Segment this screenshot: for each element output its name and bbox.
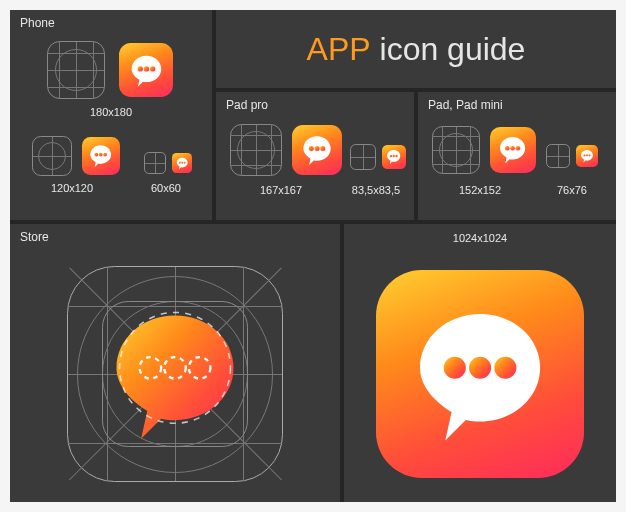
- grid-icon: [432, 126, 480, 174]
- chat-bubble-icon: [172, 153, 192, 173]
- padpro-label: Pad pro: [226, 98, 268, 112]
- size-label-180: 180x180: [10, 106, 212, 118]
- chat-bubble-icon: [376, 270, 584, 478]
- store-section: Store: [10, 224, 340, 502]
- grid-icon: [350, 144, 376, 170]
- size-label-1024: 1024x1024: [344, 232, 616, 244]
- padmini-152-pair: [432, 124, 536, 178]
- size-label-120: 120x120: [24, 182, 120, 194]
- padpro-167-pair: [230, 122, 340, 180]
- title-rest: icon guide: [371, 31, 526, 67]
- padpro-section: Pad pro 167x167 83,5x83,5: [216, 92, 414, 220]
- padpro-83-pair: [350, 142, 408, 172]
- size-label-83: 83,5x83,5: [338, 184, 414, 196]
- phone-180-pair: [41, 38, 181, 102]
- chat-bubble-icon: [576, 145, 598, 167]
- grid-icon: [144, 152, 166, 174]
- padmini-section: Pad, Pad mini 152x152 76x: [418, 92, 616, 220]
- size-label-152: 152x152: [428, 184, 532, 196]
- padmini-label: Pad, Pad mini: [428, 98, 503, 112]
- phone-label: Phone: [20, 16, 55, 30]
- chat-bubble-outline-icon: [98, 297, 252, 451]
- chat-bubble-icon: [490, 127, 536, 173]
- title-section: APP icon guide: [216, 10, 616, 88]
- page-title: APP icon guide: [307, 31, 526, 68]
- design-canvas: APP icon guide Phone 180x180: [10, 10, 616, 502]
- size-label-167: 167x167: [226, 184, 336, 196]
- size-label-60: 60x60: [134, 182, 198, 194]
- chat-bubble-icon: [292, 125, 342, 175]
- grid-icon: [546, 144, 570, 168]
- render-section: 1024x1024: [344, 224, 616, 502]
- padmini-76-pair: [546, 142, 602, 172]
- grid-icon: [47, 41, 105, 99]
- grid-icon: [32, 136, 72, 176]
- phone-120-pair: [28, 134, 124, 180]
- store-label: Store: [20, 230, 49, 244]
- size-label-76: 76x76: [542, 184, 602, 196]
- phone-60-pair: [142, 148, 196, 178]
- title-bold: APP: [307, 31, 371, 67]
- chat-bubble-icon: [119, 43, 173, 97]
- chat-bubble-icon: [82, 137, 120, 175]
- grid-icon: [230, 124, 282, 176]
- phone-section: Phone 180x180: [10, 10, 212, 220]
- store-construction-grid: [67, 266, 283, 482]
- chat-bubble-icon: [382, 145, 406, 169]
